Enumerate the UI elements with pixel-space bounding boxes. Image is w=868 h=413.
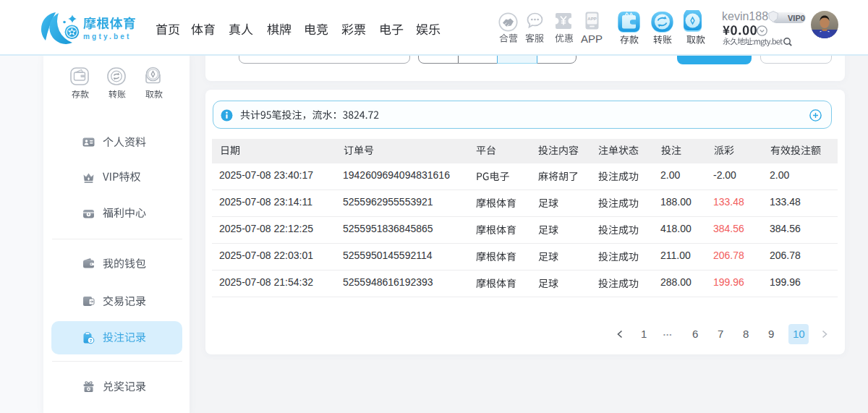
- svg-text:VIP0: VIP0: [788, 14, 805, 22]
- svg-text:APP: APP: [587, 17, 596, 21]
